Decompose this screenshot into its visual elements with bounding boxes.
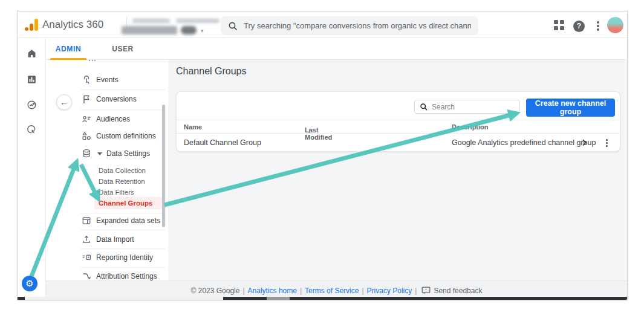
admin-gear-icon[interactable]: ⚙ [22,276,37,291]
nav-item-label: Custom definitions [96,132,156,140]
footer-separator: | [242,287,244,295]
reporting-identity-icon [81,252,92,263]
footer-link-privacy[interactable]: Privacy Policy [367,287,412,295]
nav-item-label: Data Settings [106,149,150,158]
cell-description: Google Analytics predefined channel grou… [452,138,596,147]
audiences-icon [81,114,92,125]
row-kebab-menu-icon[interactable] [602,138,611,148]
analytics-window: Analytics 360 ▾ ? [17,11,628,300]
nav-item-label: Attribution Settings [96,272,157,280]
nav-item-label: Events [96,76,119,84]
nav-scrollbar-thumb[interactable] [162,105,165,227]
nav-item-channel-groups[interactable]: Channel Groups [64,196,168,210]
footer-copyright: © 2023 Google [191,287,240,295]
footer-send-feedback[interactable]: Send feedback [434,287,482,295]
redacted-property-name[interactable] [122,26,177,34]
window-bottom-edge [18,297,627,300]
apps-grid-square [560,20,564,24]
expand-caret-icon [97,152,102,155]
nav-separator [81,267,166,268]
attribution-settings-icon [81,271,92,280]
left-icon-rail: ⚙ [18,38,46,300]
tab-bar: ADMIN USER [46,38,627,60]
nav-item-data-import[interactable]: Data Import [64,233,168,246]
chevron-right-icon[interactable] [579,138,589,148]
nav-separator [81,89,166,90]
home-icon[interactable] [26,48,37,59]
footer-link-terms[interactable]: Terms of Service [305,287,359,295]
nav-item-label: Reporting Identity [96,253,153,262]
nav-item-audiences[interactable]: Audiences [64,112,168,126]
nav-separator [81,109,166,110]
tab-user[interactable]: USER [103,38,142,59]
nav-item-label: Audiences [96,115,130,123]
data-import-icon [81,234,92,245]
admin-section: ADMIN USER ← [46,38,627,300]
logo-bar-mid [30,24,33,31]
logo-dot [25,27,28,31]
nav-item-custom-definitions[interactable]: Custom definitions [64,129,168,143]
apps-grid-square [554,20,558,24]
redacted-property-path [176,19,220,23]
column-header-name[interactable]: Name [184,123,202,131]
create-channel-group-button[interactable]: Create new channel group [526,99,615,117]
footer-separator: | [362,287,363,295]
expanded-data-sets-icon [81,215,92,226]
partial-nav-item [89,60,96,62]
apps-grid-icon[interactable] [554,20,564,30]
tab-admin[interactable]: ADMIN [50,38,86,59]
window-body: ⚙ ADMIN USER ← [18,38,627,300]
nav-item-label: Expanded data sets [96,216,160,225]
nav-item-attribution-settings[interactable]: Attribution Settings [64,270,168,280]
nav-item-expanded-data-sets[interactable]: Expanded data sets [64,214,168,227]
column-header-description[interactable]: Description [452,123,489,131]
nav-item-label: Conversions [96,95,137,103]
advertising-icon[interactable] [26,124,37,135]
apps-grid-square [554,26,558,30]
custom-definitions-icon [81,131,92,141]
logo-bar-tall [34,19,38,31]
table-header-row: Name Last Modified↓ Description [177,120,620,134]
reports-icon[interactable] [26,74,37,85]
nav-item-label: Data Import [96,235,134,244]
help-icon[interactable]: ? [573,21,585,32]
feedback-icon [421,287,431,294]
app-bar: Analytics 360 ▾ ? [18,11,627,38]
property-chevron-icon[interactable]: ▾ [201,28,204,34]
nav-separator [81,230,166,230]
analytics-logo-icon[interactable] [25,18,38,31]
main-content: Channel Groups Create new channel group [168,60,627,280]
global-search-bar[interactable] [221,16,478,35]
screenshot-canvas: Analytics 360 ▾ ? [0,0,644,321]
avatar-blur [607,17,623,33]
data-settings-icon [81,148,92,159]
conversions-flag-icon [81,94,92,105]
table-search-box[interactable] [414,100,520,114]
events-icon [81,74,92,85]
avatar[interactable] [607,17,623,33]
table-row[interactable]: Default Channel Group Google Analytics p… [177,134,620,152]
footer-separator: | [415,287,417,295]
footer-link-analytics-home[interactable]: Analytics home [248,287,297,295]
global-search-input[interactable] [244,21,471,30]
nav-separator [81,248,166,249]
footer-separator: | [300,287,302,295]
redacted-account-path [132,19,170,23]
settings-nav: Events Conversions [64,60,168,280]
nav-item-events[interactable]: Events [64,73,168,86]
redacted-property-badge [181,26,197,34]
nav-item-data-settings[interactable]: Data Settings [64,147,168,160]
page-title: Channel Groups [176,66,247,77]
product-name: Analytics 360 [42,11,103,38]
search-icon [228,21,238,31]
nav-item-conversions[interactable]: Conversions [64,92,168,106]
channel-groups-card: Create new channel group Name Last Modif… [176,91,620,152]
nav-collapse-button[interactable]: ← [56,94,72,110]
nav-separator [81,213,166,213]
kebab-menu-icon[interactable] [597,20,599,32]
search-icon [420,103,428,111]
table-search-input[interactable] [432,103,515,111]
apps-grid-square [560,26,564,30]
explore-icon[interactable] [26,99,37,111]
nav-item-reporting-identity[interactable]: Reporting Identity [64,251,168,264]
